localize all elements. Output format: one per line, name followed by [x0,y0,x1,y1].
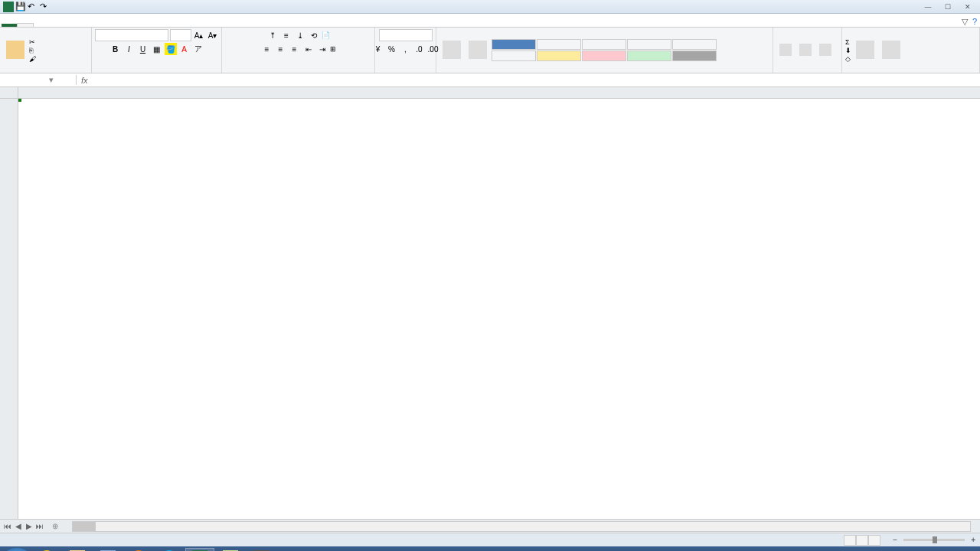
horizontal-scrollbar[interactable] [72,521,971,532]
style-std[interactable] [492,51,536,61]
align-top-icon[interactable]: ⤒ [266,29,279,41]
tab-file[interactable] [2,24,17,27]
style-check[interactable] [672,51,717,61]
name-box[interactable] [3,76,49,85]
tab-home[interactable] [17,23,34,27]
sheet-grid[interactable] [0,87,980,519]
select-all-corner[interactable] [0,87,18,98]
phonetic-button[interactable]: ア [192,43,204,55]
task-firefox[interactable] [124,548,153,551]
number-format-select[interactable] [379,29,433,41]
ribbon-tabs: ▽ ? [0,14,980,28]
tab-layout[interactable] [49,24,64,27]
shrink-font-icon[interactable]: A▾ [207,29,219,41]
wrap-text-button[interactable]: 📄 [322,31,330,39]
tab-view[interactable] [110,24,126,27]
indent-dec-icon[interactable]: ⇤ [302,43,315,55]
insert-cells-button[interactable] [776,42,795,59]
redo-icon[interactable]: ↷ [40,2,51,12]
inc-decimal-icon[interactable]: .0 [413,43,426,55]
currency-icon[interactable]: ¥ [372,43,384,55]
help-icon[interactable]: ? [972,17,977,27]
align-bottom-icon[interactable]: ⤓ [294,29,306,41]
task-app3[interactable] [247,548,276,551]
new-sheet-icon[interactable]: ⊕ [47,522,63,530]
zoom-out-button[interactable]: − [893,536,897,544]
maximize-button[interactable]: ☐ [939,2,957,12]
fill-button[interactable]: ⬇ [845,47,851,54]
tab-addin[interactable] [126,24,141,27]
sheet-nav-next-icon[interactable]: ▶ [24,522,34,530]
align-left-icon[interactable]: ≡ [261,43,273,55]
ribbon-minimize-icon[interactable]: ▽ [962,17,968,27]
cell-styles-gallery[interactable] [492,39,717,61]
formula-input[interactable] [93,76,980,85]
bold-button[interactable]: B [109,43,122,55]
save-icon[interactable]: 💾 [15,2,26,12]
task-excel[interactable] [185,548,214,551]
tab-insert[interactable] [34,24,49,27]
tab-review[interactable] [95,24,110,27]
taskbar: S ▲ あ 🔊 [0,546,980,551]
close-button[interactable]: ✕ [959,2,977,12]
excel-icon [3,2,14,12]
copy-button[interactable]: ⎘ [29,47,36,54]
sheet-nav-first-icon[interactable]: ⏮ [3,522,12,530]
zoom-in-button[interactable]: + [971,536,975,544]
undo-icon[interactable]: ↶ [28,2,38,12]
format-cells-button[interactable] [816,42,835,59]
comma-icon[interactable]: , [400,43,412,55]
underline-button[interactable]: U [137,43,149,55]
delete-cells-button[interactable] [796,42,815,59]
view-break-icon[interactable] [868,535,880,546]
percent-icon[interactable]: % [386,43,398,55]
cut-button[interactable]: ✂ [29,38,36,46]
task-chrome[interactable] [32,548,61,551]
minimize-button[interactable]: — [919,2,937,12]
clear-button[interactable]: ◇ [845,55,851,63]
style-percent2[interactable] [537,39,581,50]
style-sep2[interactable] [582,39,626,50]
style-good[interactable] [627,51,671,61]
tab-data[interactable] [80,24,95,27]
fx-icon[interactable]: fx [77,76,93,85]
indent-inc-icon[interactable]: ⇥ [316,43,328,55]
sheet-tabs-bar: ⏮ ◀ ▶ ⏭ ⊕ [0,519,980,533]
task-skype[interactable]: S [155,548,184,551]
tab-formulas[interactable] [64,24,80,27]
border-button[interactable]: ▦ [151,43,163,55]
task-app1[interactable] [93,548,122,551]
style-currency2[interactable] [627,39,671,50]
zoom-slider[interactable] [903,539,965,541]
paste-button[interactable] [3,39,28,62]
merge-button[interactable]: ⊞ [330,45,336,53]
task-app2[interactable] [216,548,245,551]
sheet-nav-last-icon[interactable]: ⏭ [35,522,44,530]
align-right-icon[interactable]: ≡ [289,43,301,55]
grow-font-icon[interactable]: A▴ [193,29,205,41]
autosum-button[interactable]: Σ [845,38,851,46]
font-color-button[interactable]: A [178,43,191,55]
font-name-select[interactable] [95,29,168,41]
start-button[interactable] [3,548,31,551]
fill-color-button[interactable]: 🪣 [165,43,177,55]
style-accent52[interactable] [492,39,536,50]
sort-filter-button[interactable] [853,39,877,62]
view-layout-icon[interactable] [856,535,868,546]
align-middle-icon[interactable]: ≡ [280,29,292,41]
format-painter-button[interactable]: 🖌 [29,55,36,63]
sheet-nav-prev-icon[interactable]: ◀ [14,522,23,530]
view-normal-icon[interactable] [844,535,856,546]
format-table-button[interactable] [466,39,490,62]
align-center-icon[interactable]: ≡ [275,43,287,55]
style-bad[interactable] [582,51,626,61]
style-neutral[interactable] [537,51,581,61]
font-size-select[interactable] [170,29,191,41]
style-std2[interactable] [672,39,717,50]
orientation-icon[interactable]: ⟲ [308,29,320,41]
task-explorer[interactable] [63,548,92,551]
conditional-format-button[interactable] [439,39,464,62]
find-select-button[interactable] [879,39,903,62]
title-bar: 💾 ↶ ↷ — ☐ ✕ [0,0,980,14]
italic-button[interactable]: I [123,43,136,55]
